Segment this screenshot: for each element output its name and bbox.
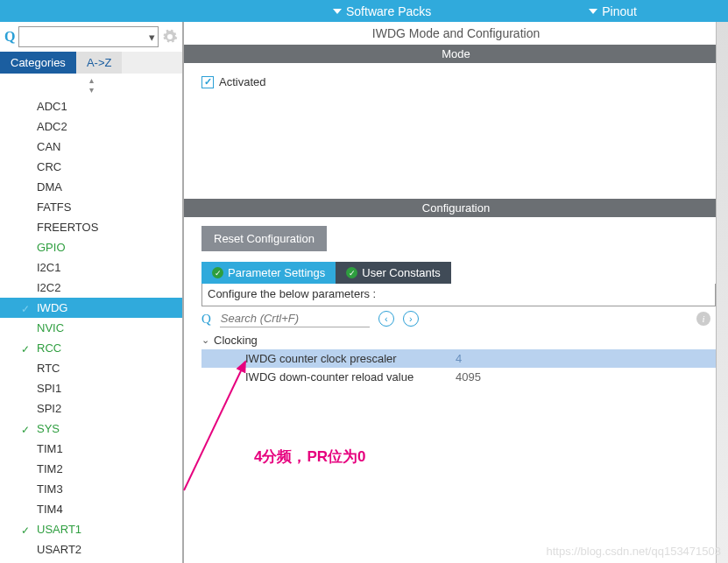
peripheral-tim4[interactable]: TIM4 bbox=[0, 499, 182, 519]
chevron-down-icon bbox=[589, 9, 597, 14]
tab-az[interactable]: A->Z bbox=[76, 52, 123, 74]
left-tabs: Categories A->Z bbox=[0, 52, 182, 74]
peripheral-label: RTC bbox=[37, 362, 60, 375]
clocking-group-header[interactable]: ⌄ Clocking bbox=[201, 331, 716, 349]
page-title: IWDG Mode and Configuration bbox=[184, 22, 728, 45]
gear-icon[interactable] bbox=[162, 29, 178, 45]
peripheral-can[interactable]: CAN bbox=[0, 137, 182, 157]
chevron-down-icon: ⌄ bbox=[201, 334, 209, 346]
config-subtabs: ✓ Parameter Settings ✓ User Constants bbox=[201, 262, 716, 284]
peripheral-gpio[interactable]: GPIO bbox=[0, 237, 182, 257]
peripheral-label: TIM2 bbox=[37, 462, 63, 475]
peripheral-label: NVIC bbox=[37, 321, 64, 334]
peripheral-iwdg[interactable]: ✓IWDG bbox=[0, 298, 182, 318]
peripheral-label: IWDG bbox=[37, 301, 67, 314]
sort-indicator-icon[interactable]: ▴▾ bbox=[0, 74, 182, 96]
clocking-group-label: Clocking bbox=[214, 334, 258, 347]
peripheral-label: USART1 bbox=[37, 523, 81, 536]
peripheral-label: I2C1 bbox=[37, 261, 60, 274]
pinout-menu[interactable]: Pinout bbox=[589, 4, 637, 18]
main-area: Q ▾ Categories A->Z ▴▾ ADC1ADC2CANCRCDMA… bbox=[0, 22, 728, 563]
peripheral-tree: ADC1ADC2CANCRCDMAFATFSFREERTOSGPIOI2C1I2… bbox=[0, 96, 182, 563]
mode-area: Activated bbox=[184, 63, 728, 199]
activated-row: Activated bbox=[201, 75, 710, 88]
check-icon: ✓ bbox=[21, 301, 30, 318]
configuration-area: Reset Configuration ✓ Parameter Settings… bbox=[184, 217, 728, 395]
parameter-name: IWDG down-counter reload value bbox=[245, 370, 456, 384]
mode-bar: Mode bbox=[184, 45, 728, 63]
parameter-filter-input[interactable] bbox=[220, 310, 370, 327]
check-icon: ✓ bbox=[21, 341, 30, 358]
info-icon[interactable]: i bbox=[696, 312, 710, 326]
watermark: https://blog.csdn.net/qq153471503 bbox=[547, 545, 722, 558]
software-packs-label: Software Packs bbox=[346, 4, 431, 18]
peripheral-i2c2[interactable]: I2C2 bbox=[0, 278, 182, 298]
peripheral-label: CRC bbox=[37, 160, 61, 173]
parameter-value: 4 bbox=[456, 352, 462, 365]
peripheral-label: SPI1 bbox=[37, 382, 61, 395]
tab-categories[interactable]: Categories bbox=[0, 52, 76, 74]
peripheral-label: SYS bbox=[37, 422, 60, 435]
peripheral-rtc[interactable]: RTC bbox=[0, 358, 182, 378]
peripheral-rcc[interactable]: ✓RCC bbox=[0, 338, 182, 358]
peripheral-sys[interactable]: ✓SYS bbox=[0, 419, 182, 439]
peripheral-spi2[interactable]: SPI2 bbox=[0, 398, 182, 419]
parameter-value: 4095 bbox=[456, 370, 481, 384]
right-panel: IWDG Mode and Configuration Mode Activat… bbox=[184, 22, 728, 563]
peripheral-usart3[interactable]: USART3 bbox=[0, 559, 182, 563]
peripheral-usart1[interactable]: ✓USART1 bbox=[0, 519, 182, 539]
top-bar: Software Packs Pinout bbox=[0, 0, 728, 22]
peripheral-label: I2C2 bbox=[37, 281, 60, 294]
peripheral-label: TIM4 bbox=[37, 503, 63, 516]
check-icon: ✓ bbox=[21, 523, 30, 539]
peripheral-label: TIM3 bbox=[37, 482, 63, 496]
annotation-text: 4分频，PR位为0 bbox=[254, 447, 366, 467]
peripheral-usart2[interactable]: USART2 bbox=[0, 539, 182, 559]
reset-configuration-button[interactable]: Reset Configuration bbox=[201, 226, 327, 251]
peripheral-label: CAN bbox=[37, 140, 60, 153]
parameter-row[interactable]: IWDG down-counter reload value4095 bbox=[201, 368, 716, 386]
peripheral-adc2[interactable]: ADC2 bbox=[0, 116, 182, 137]
next-match-button[interactable]: › bbox=[403, 311, 419, 327]
prev-match-button[interactable]: ‹ bbox=[378, 311, 394, 327]
chevron-down-icon[interactable]: ▾ bbox=[149, 31, 155, 44]
peripheral-label: FATFS bbox=[37, 201, 71, 214]
parameter-name: IWDG counter clock prescaler bbox=[245, 352, 456, 365]
peripheral-tim1[interactable]: TIM1 bbox=[0, 439, 182, 459]
peripheral-crc[interactable]: CRC bbox=[0, 157, 182, 177]
search-icon: Q bbox=[4, 29, 15, 45]
peripheral-nvic[interactable]: NVIC bbox=[0, 318, 182, 338]
parameter-row[interactable]: IWDG counter clock prescaler4 bbox=[201, 349, 716, 368]
left-panel: Q ▾ Categories A->Z ▴▾ ADC1ADC2CANCRCDMA… bbox=[0, 22, 184, 563]
peripheral-dma[interactable]: DMA bbox=[0, 177, 182, 197]
peripheral-label: ADC2 bbox=[37, 120, 67, 133]
tab-parameter-settings[interactable]: ✓ Parameter Settings bbox=[201, 262, 336, 284]
peripheral-label: GPIO bbox=[37, 241, 66, 254]
peripheral-search-input[interactable]: ▾ bbox=[18, 26, 159, 47]
vertical-scrollbar[interactable] bbox=[716, 22, 728, 563]
check-circle-icon: ✓ bbox=[346, 267, 357, 278]
config-body: Configure the below parameters : bbox=[201, 284, 716, 306]
software-packs-menu[interactable]: Software Packs bbox=[333, 4, 431, 18]
activated-checkbox[interactable] bbox=[201, 76, 214, 88]
tab-user-constants-label: User Constants bbox=[362, 266, 441, 279]
peripheral-freertos[interactable]: FREERTOS bbox=[0, 217, 182, 237]
peripheral-label: FREERTOS bbox=[37, 221, 98, 234]
peripheral-tim3[interactable]: TIM3 bbox=[0, 479, 182, 499]
peripheral-label: USART2 bbox=[37, 543, 81, 556]
filter-row: Q ‹ › i bbox=[201, 306, 716, 331]
tab-user-constants[interactable]: ✓ User Constants bbox=[336, 262, 451, 284]
peripheral-spi1[interactable]: SPI1 bbox=[0, 378, 182, 398]
peripheral-label: DMA bbox=[37, 180, 62, 194]
peripheral-search-row: Q ▾ bbox=[0, 22, 182, 52]
peripheral-fatfs[interactable]: FATFS bbox=[0, 197, 182, 217]
peripheral-adc1[interactable]: ADC1 bbox=[0, 96, 182, 116]
peripheral-label: ADC1 bbox=[37, 100, 67, 113]
peripheral-tim2[interactable]: TIM2 bbox=[0, 459, 182, 479]
search-icon: Q bbox=[201, 312, 211, 327]
peripheral-i2c1[interactable]: I2C1 bbox=[0, 257, 182, 278]
chevron-down-icon bbox=[333, 9, 342, 14]
check-circle-icon: ✓ bbox=[212, 267, 223, 278]
configuration-bar: Configuration bbox=[184, 199, 728, 217]
peripheral-label: TIM1 bbox=[37, 442, 63, 455]
